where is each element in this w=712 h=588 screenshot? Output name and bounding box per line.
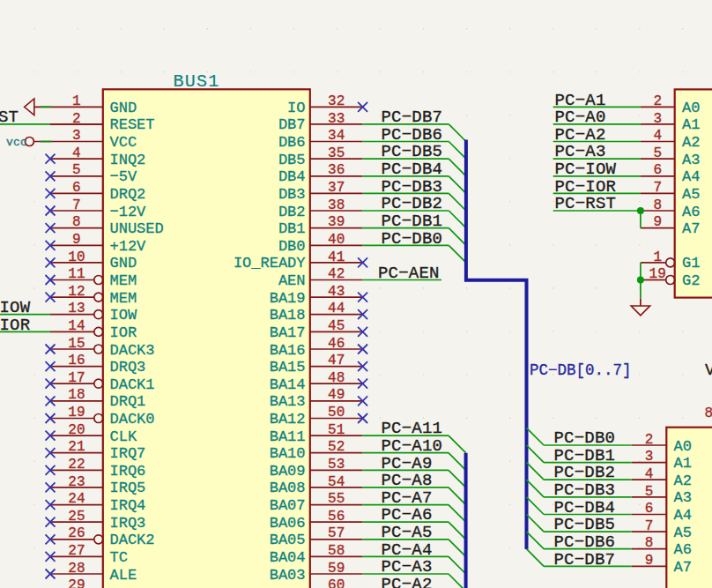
svg-text:DACK3: DACK3	[110, 342, 155, 359]
svg-text:6: 6	[72, 180, 81, 196]
svg-text:8: 8	[705, 406, 712, 421]
svg-text:DB3: DB3	[278, 186, 306, 203]
svg-text:5: 5	[72, 162, 81, 178]
svg-text:DB1: DB1	[278, 220, 306, 237]
svg-text:24: 24	[68, 491, 85, 507]
svg-text:IRQ5: IRQ5	[110, 480, 146, 496]
svg-text:IRQ3: IRQ3	[110, 515, 146, 532]
svg-text:IOW: IOW	[0, 298, 31, 317]
svg-text:G2: G2	[682, 272, 700, 289]
svg-text:CLK: CLK	[110, 428, 137, 445]
svg-text:UNUSED: UNUSED	[110, 220, 164, 237]
svg-text:7: 7	[645, 518, 654, 534]
svg-text:PC−A2: PC−A2	[382, 575, 433, 588]
svg-text:27: 27	[68, 543, 85, 559]
svg-text:40: 40	[328, 232, 345, 248]
svg-text:BA04: BA04	[270, 549, 306, 566]
svg-text:DRQ1: DRQ1	[110, 393, 146, 410]
svg-text:IOR: IOR	[0, 316, 30, 335]
svg-text:BA13: BA13	[270, 393, 306, 410]
svg-text:2: 2	[645, 432, 654, 448]
svg-text:37: 37	[328, 180, 345, 196]
svg-text:BA03: BA03	[270, 567, 306, 584]
svg-text:21: 21	[68, 439, 85, 455]
svg-text:26: 26	[68, 525, 85, 541]
svg-text:IRQ6: IRQ6	[110, 463, 146, 480]
svg-text:33: 33	[328, 111, 345, 127]
svg-text:54: 54	[328, 474, 345, 490]
svg-text:BA16: BA16	[270, 342, 306, 359]
svg-text:11: 11	[68, 266, 85, 282]
svg-text:13: 13	[68, 301, 85, 316]
svg-text:VCC: VCC	[110, 134, 137, 151]
svg-text:DB2: DB2	[278, 204, 306, 220]
svg-text:14: 14	[68, 318, 85, 334]
svg-text:MEM: MEM	[110, 290, 137, 307]
svg-text:−12V: −12V	[110, 204, 147, 220]
svg-text:DACK2: DACK2	[110, 532, 155, 548]
svg-text:38: 38	[328, 197, 345, 213]
svg-text:34: 34	[328, 128, 345, 144]
svg-text:BUS1: BUS1	[174, 71, 220, 92]
svg-text:−5V: −5V	[110, 168, 137, 185]
svg-text:IOR: IOR	[110, 324, 137, 341]
svg-text:5: 5	[653, 145, 662, 161]
svg-text:BA14: BA14	[270, 376, 306, 393]
svg-text:DACK0: DACK0	[110, 411, 155, 428]
svg-text:4: 4	[645, 466, 654, 482]
svg-text:19: 19	[68, 405, 85, 421]
svg-text:IRQ4: IRQ4	[110, 497, 146, 514]
svg-text:PC−DB2: PC−DB2	[554, 463, 616, 482]
svg-text:BA18: BA18	[270, 307, 306, 324]
svg-text:A1: A1	[674, 455, 692, 472]
svg-text:A5: A5	[682, 186, 700, 203]
svg-text:A2: A2	[682, 134, 700, 151]
svg-text:PC−A8: PC−A8	[382, 471, 433, 490]
svg-text:DRQ3: DRQ3	[110, 359, 146, 376]
svg-text:DB4: DB4	[278, 168, 306, 185]
svg-text:32: 32	[328, 93, 345, 109]
svg-text:A4: A4	[674, 507, 692, 524]
svg-text:PC−DB[0..7]: PC−DB[0..7]	[530, 361, 632, 379]
svg-text:8: 8	[645, 535, 654, 551]
svg-text:6: 6	[653, 162, 662, 178]
svg-text:VCC: VCC	[705, 361, 712, 380]
svg-text:58: 58	[328, 543, 345, 559]
svg-text:PC−AEN: PC−AEN	[378, 264, 440, 283]
svg-text:7: 7	[653, 180, 662, 196]
svg-text:BA15: BA15	[270, 359, 306, 376]
svg-text:PC−A3: PC−A3	[382, 557, 433, 577]
svg-text:BA05: BA05	[270, 532, 306, 548]
svg-text:23: 23	[68, 474, 85, 490]
svg-text:BA17: BA17	[270, 324, 306, 341]
svg-text:45: 45	[328, 318, 345, 334]
svg-text:12: 12	[68, 284, 85, 300]
svg-text:A2: A2	[674, 473, 692, 489]
svg-text:ALE: ALE	[110, 567, 137, 584]
svg-text:43: 43	[328, 284, 345, 300]
svg-text:52: 52	[328, 439, 345, 455]
svg-text:20: 20	[68, 422, 85, 438]
svg-text:A3: A3	[674, 489, 692, 506]
svg-text:46: 46	[328, 336, 345, 352]
svg-text:50: 50	[328, 405, 345, 421]
svg-text:39: 39	[328, 214, 345, 230]
svg-text:6: 6	[645, 501, 654, 517]
svg-text:A7: A7	[682, 220, 700, 237]
svg-text:9: 9	[653, 214, 662, 230]
svg-text:DB6: DB6	[278, 134, 306, 151]
svg-text:PC−DB7: PC−DB7	[554, 550, 616, 569]
svg-text:25: 25	[68, 509, 85, 525]
svg-text:41: 41	[328, 249, 345, 265]
svg-text:29: 29	[68, 577, 85, 588]
svg-text:A4: A4	[682, 168, 700, 185]
svg-text:A7: A7	[674, 559, 692, 576]
svg-text:2: 2	[653, 93, 662, 109]
svg-text:A3: A3	[682, 152, 700, 168]
svg-text:PC−DB6: PC−DB6	[382, 125, 443, 145]
svg-text:A1: A1	[682, 116, 700, 133]
svg-text:48: 48	[328, 370, 345, 386]
svg-text:42: 42	[328, 266, 345, 282]
svg-text:9: 9	[72, 232, 81, 248]
svg-text:3: 3	[645, 449, 654, 465]
